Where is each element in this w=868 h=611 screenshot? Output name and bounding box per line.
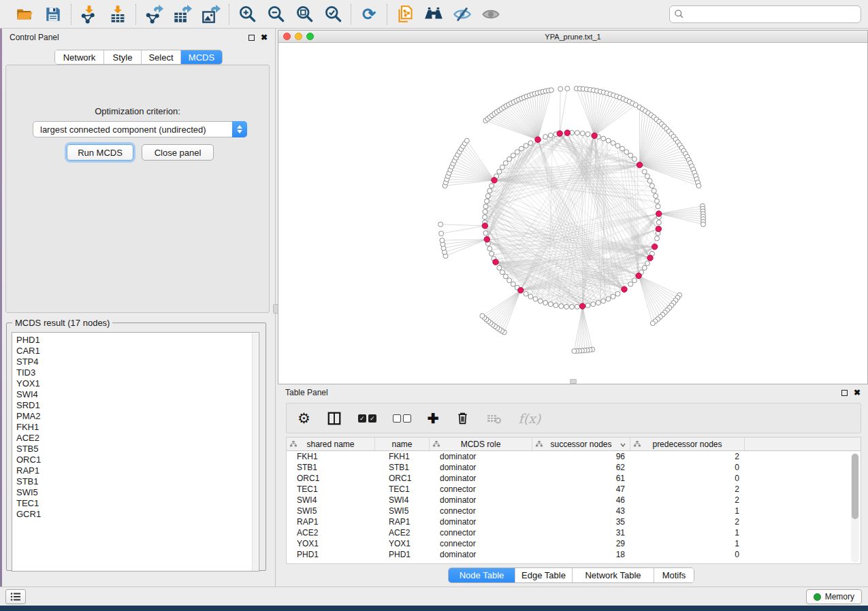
cell-successor-nodes[interactable]: 96 [532,452,630,461]
save-session-button[interactable] [44,5,63,24]
open-session-button[interactable] [15,5,34,24]
zoom-out-button[interactable] [266,5,285,24]
cell-mcds-role[interactable]: dominator [430,517,532,527]
cell-name[interactable]: YOX1 [375,539,430,548]
network-window-titlebar[interactable]: YPA_prune.txt_1 [278,31,867,43]
cell-name[interactable]: RAP1 [375,517,430,527]
select-all-columns-button[interactable]: ✓ ✓ [358,409,376,428]
delete-column-button[interactable] [455,409,470,428]
cell-name[interactable]: ORC1 [375,474,430,483]
apply-layout-button[interactable]: ⟳ [359,5,379,24]
tab-network[interactable]: Network [55,50,104,64]
cell-shared-name[interactable]: FKH1 [287,452,375,461]
mcds-result-item[interactable]: STB5 [16,444,259,455]
export-table-button[interactable] [173,5,192,24]
cell-predecessor-nodes[interactable]: 1 [630,528,745,538]
cell-predecessor-nodes[interactable]: 2 [630,452,745,461]
cell-shared-name[interactable]: SWI4 [287,495,375,505]
show-task-history-button[interactable] [5,589,26,604]
show-graphics-details-button[interactable] [481,5,500,24]
mcds-result-item[interactable]: RAP1 [16,465,259,476]
table-row[interactable]: TEC1 TEC1 connector 47 2 [287,484,861,495]
clone-network-button[interactable] [396,5,415,24]
table-settings-button[interactable]: ⚙ [298,409,310,428]
horizontal-splitter-handle[interactable] [570,379,577,384]
zoom-fit-button[interactable] [295,5,314,24]
cell-predecessor-nodes[interactable]: 2 [630,517,745,527]
cell-shared-name[interactable]: TEC1 [287,484,375,494]
network-overview-button[interactable] [424,5,443,24]
cell-successor-nodes[interactable]: 47 [532,484,630,494]
tab-style[interactable]: Style [104,50,142,64]
cell-shared-name[interactable]: ORC1 [287,474,375,483]
export-network-button[interactable] [144,5,163,24]
mcds-result-item[interactable]: TEC1 [16,498,259,509]
column-header-mcds-role[interactable]: MCDS role [430,437,532,450]
mcds-result-item[interactable]: TID3 [16,367,259,378]
mcds-result-item[interactable]: SWI4 [16,389,259,400]
close-panel-button[interactable]: Close panel [142,144,214,161]
cell-mcds-role[interactable]: connector [430,506,532,516]
zoom-in-button[interactable] [238,5,257,24]
cell-predecessor-nodes[interactable]: 0 [630,474,745,483]
hide-graphics-details-button[interactable] [453,5,472,24]
cell-predecessor-nodes[interactable]: 2 [630,484,745,494]
cell-name[interactable]: PHD1 [375,550,430,559]
mcds-result-item[interactable]: FKH1 [16,422,259,433]
cell-predecessor-nodes[interactable]: 2 [630,495,745,505]
network-canvas[interactable] [278,43,867,384]
tab-motifs[interactable]: Motifs [654,568,694,582]
column-header-shared-name[interactable]: shared name [287,437,375,450]
search-box[interactable] [669,5,861,23]
cell-mcds-role[interactable]: dominator [430,474,532,483]
run-mcds-button[interactable]: Run MCDS [67,144,133,161]
cell-name[interactable]: ACE2 [375,528,430,538]
cell-mcds-role[interactable]: dominator [430,495,532,505]
cell-predecessor-nodes[interactable]: 0 [630,463,745,472]
mcds-result-item[interactable]: PMA2 [16,411,259,422]
float-panel-icon[interactable] [841,390,848,396]
column-header-successor-nodes[interactable]: successor nodes [532,437,630,450]
cell-shared-name[interactable]: STB1 [287,463,375,472]
tab-node-table[interactable]: Node Table [449,568,515,582]
import-table-button[interactable] [108,5,127,24]
tab-edge-table[interactable]: Edge Table [515,568,573,582]
show-columns-button[interactable] [327,409,342,428]
mcds-list-scrollbar[interactable] [252,333,258,572]
cell-predecessor-nodes[interactable]: 1 [630,539,745,548]
cell-mcds-role[interactable]: dominator [430,463,532,472]
table-row[interactable]: YOX1 YOX1 connector 29 1 [287,538,861,549]
mcds-result-list[interactable]: PHD1 CAR1 STP4 TID3 YOX1 SWI4 SRD1 PMA2 … [12,332,259,572]
table-row[interactable]: PHD1 PHD1 dominator 18 0 [287,549,861,560]
unselect-all-columns-button[interactable] [393,409,411,428]
cell-successor-nodes[interactable]: 18 [532,550,630,559]
table-scrollbar[interactable] [851,452,859,563]
cell-name[interactable]: FKH1 [375,452,430,461]
search-input[interactable] [684,7,856,21]
cell-successor-nodes[interactable]: 35 [532,517,630,527]
create-column-button[interactable]: ✚ [428,409,439,428]
mcds-result-item[interactable]: ACE2 [16,433,259,444]
cell-successor-nodes[interactable]: 62 [532,463,630,472]
cell-mcds-role[interactable]: dominator [430,452,532,461]
table-scrollbar-thumb[interactable] [852,454,858,519]
table-row[interactable]: SWI4 SWI4 dominator 46 2 [287,495,861,506]
cell-shared-name[interactable]: RAP1 [287,517,375,527]
table-row[interactable]: SWI5 SWI5 connector 43 1 [287,506,861,516]
column-header-name[interactable]: name [375,437,430,450]
close-panel-icon[interactable]: ✖ [261,33,268,42]
table-row[interactable]: FKH1 FKH1 dominator 96 2 [287,451,861,462]
cell-predecessor-nodes[interactable]: 1 [630,506,745,516]
optimization-criterion-select[interactable]: largest connected component (undirected) [33,121,247,137]
zoom-selected-button[interactable] [323,5,342,24]
close-panel-icon[interactable]: ✖ [854,389,861,397]
cell-shared-name[interactable]: ACE2 [287,528,375,538]
tab-mcds[interactable]: MCDS [181,50,222,64]
cell-shared-name[interactable]: YOX1 [287,539,375,548]
cell-name[interactable]: SWI5 [375,506,430,516]
cell-shared-name[interactable]: SWI5 [287,506,375,516]
tab-select[interactable]: Select [142,50,181,64]
table-row[interactable]: ACE2 ACE2 connector 31 1 [287,527,861,538]
memory-button[interactable]: Memory [806,589,862,604]
cell-name[interactable]: TEC1 [375,484,430,494]
